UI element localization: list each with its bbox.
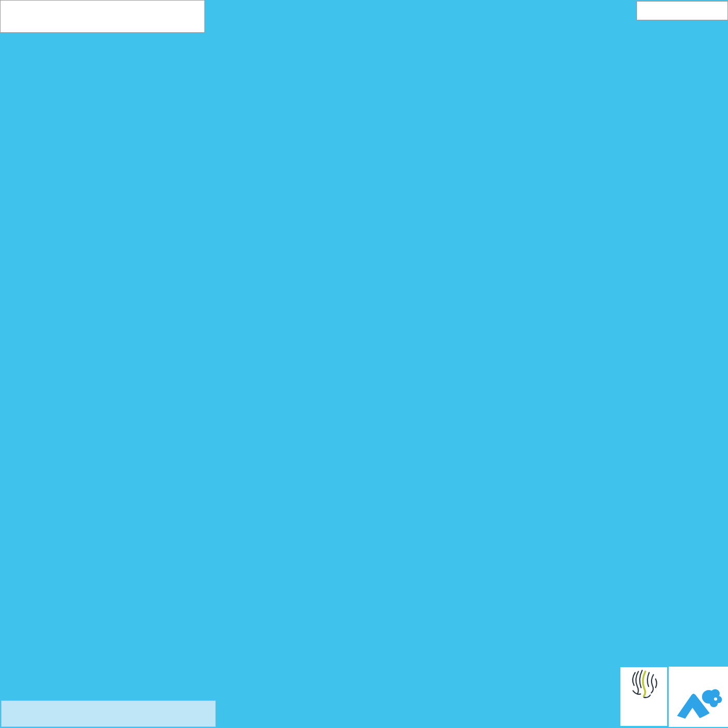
mountain-cloud-icon xyxy=(673,673,723,721)
title-panel xyxy=(0,0,205,33)
scalebar-ruler xyxy=(2,701,215,726)
distance-scalebar xyxy=(1,700,216,727)
geosphere-logo xyxy=(620,667,667,726)
wind-forecast-map xyxy=(0,0,728,728)
geosphere-swirl-icon xyxy=(628,667,660,699)
page-title xyxy=(6,2,199,18)
weather-map-stage xyxy=(0,0,728,728)
partner-logo xyxy=(669,667,728,727)
model-label xyxy=(636,1,728,20)
